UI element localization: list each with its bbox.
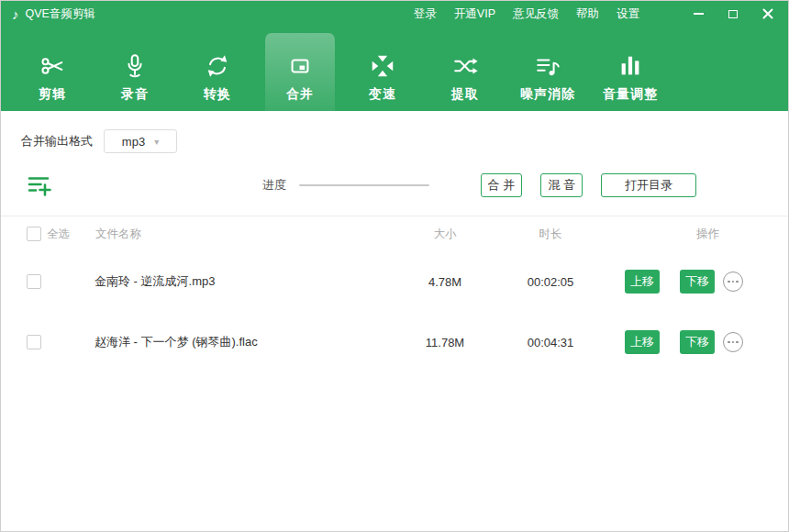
tab-noise-removal[interactable]: 噪声消除: [513, 27, 583, 111]
feedback-link[interactable]: 意见反馈: [513, 6, 559, 22]
row-checkbox[interactable]: [27, 335, 41, 349]
chevron-down-icon: ▾: [154, 137, 159, 147]
tab-merge[interactable]: 合并: [265, 33, 335, 111]
title-bar: ♪ QVE音频剪辑 登录 开通VIP 意见反馈 帮助 设置: [1, 1, 788, 27]
tab-label: 剪辑: [39, 86, 66, 103]
file-name: 金南玲 - 逆流成河.mp3: [41, 273, 394, 290]
close-icon: [762, 8, 773, 19]
tab-clip[interactable]: 剪辑: [17, 27, 87, 111]
progress-slider[interactable]: [299, 184, 429, 186]
tab-convert[interactable]: 转换: [183, 27, 252, 111]
merge-button[interactable]: 合 并: [481, 173, 523, 197]
maximize-button[interactable]: [726, 6, 740, 21]
tab-volume-adjust[interactable]: 音量调整: [595, 27, 665, 111]
tab-label: 录音: [121, 86, 149, 103]
tab-label: 噪声消除: [520, 86, 575, 103]
progress-label: 进度: [262, 177, 286, 194]
file-size: 4.78M: [394, 275, 495, 289]
row-checkbox[interactable]: [27, 274, 41, 289]
tab-extract[interactable]: 提取: [430, 27, 500, 111]
file-name: 赵海洋 - 下一个梦 (钢琴曲).flac: [41, 334, 394, 350]
volume-bars-icon: [617, 52, 644, 80]
app-title: QVE音频剪辑: [26, 6, 95, 22]
vip-link[interactable]: 开通VIP: [454, 6, 495, 22]
open-directory-button[interactable]: 打开目录: [601, 173, 696, 197]
table-row: 赵海洋 - 下一个梦 (钢琴曲).flac 11.78M 00:04:31 上移…: [1, 312, 788, 372]
more-options-icon[interactable]: [723, 332, 743, 352]
output-format-value: mp3: [122, 135, 145, 149]
extract-icon: [451, 52, 479, 80]
tab-label: 合并: [286, 86, 314, 103]
tab-label: 音量调整: [603, 86, 658, 103]
move-down-button[interactable]: 下移: [680, 270, 715, 294]
settings-link[interactable]: 设置: [617, 6, 639, 22]
move-up-button[interactable]: 上移: [625, 270, 660, 294]
app-window: ♪ QVE音频剪辑 登录 开通VIP 意见反馈 帮助 设置 剪辑 录音: [0, 0, 789, 532]
column-header-size: 大小: [394, 227, 495, 242]
file-duration: 00:02:05: [495, 275, 606, 289]
column-header-operation: 操作: [606, 227, 788, 242]
tab-label: 转换: [204, 86, 231, 103]
add-files-icon[interactable]: [27, 172, 52, 198]
minimize-icon: [694, 13, 704, 15]
login-link[interactable]: 登录: [414, 6, 437, 22]
move-up-button[interactable]: 上移: [625, 330, 660, 354]
convert-icon: [204, 52, 231, 80]
noise-removal-icon: [534, 52, 561, 80]
column-header-duration: 时长: [495, 227, 606, 242]
maximize-icon: [728, 10, 738, 18]
column-header-name: 文件名称: [95, 227, 141, 242]
move-down-button[interactable]: 下移: [680, 330, 715, 354]
tab-record[interactable]: 录音: [100, 27, 170, 111]
tab-speed[interactable]: 变速: [348, 27, 417, 111]
select-all-label: 全选: [47, 227, 70, 242]
tab-label: 变速: [369, 86, 396, 103]
table-header: 全选 文件名称 大小 时长 操作: [1, 216, 788, 251]
tab-label: 提取: [451, 86, 479, 103]
more-options-icon[interactable]: [723, 272, 743, 292]
output-format-select[interactable]: mp3 ▾: [104, 129, 177, 153]
speed-icon: [369, 52, 396, 80]
mix-button[interactable]: 混 音: [540, 173, 583, 197]
file-duration: 00:04:31: [495, 336, 606, 349]
close-button[interactable]: [761, 6, 775, 21]
table-row: 金南玲 - 逆流成河.mp3 4.78M 00:02:05 上移 下移: [1, 251, 788, 312]
output-format-label: 合并输出格式: [21, 133, 93, 150]
minimize-button[interactable]: [691, 6, 706, 21]
microphone-icon: [121, 52, 149, 80]
file-size: 11.78M: [394, 336, 495, 349]
merge-icon: [286, 52, 314, 80]
scissors-icon: [39, 52, 66, 80]
help-link[interactable]: 帮助: [576, 6, 599, 22]
merge-panel: 合并输出格式 mp3 ▾ 进度 合 并 混 音 打开目录 全选 文件名称: [1, 129, 788, 372]
toolbar: 剪辑 录音 转换 合并: [1, 27, 788, 111]
select-all-checkbox[interactable]: [27, 227, 41, 241]
music-note-icon: ♪: [12, 7, 19, 21]
